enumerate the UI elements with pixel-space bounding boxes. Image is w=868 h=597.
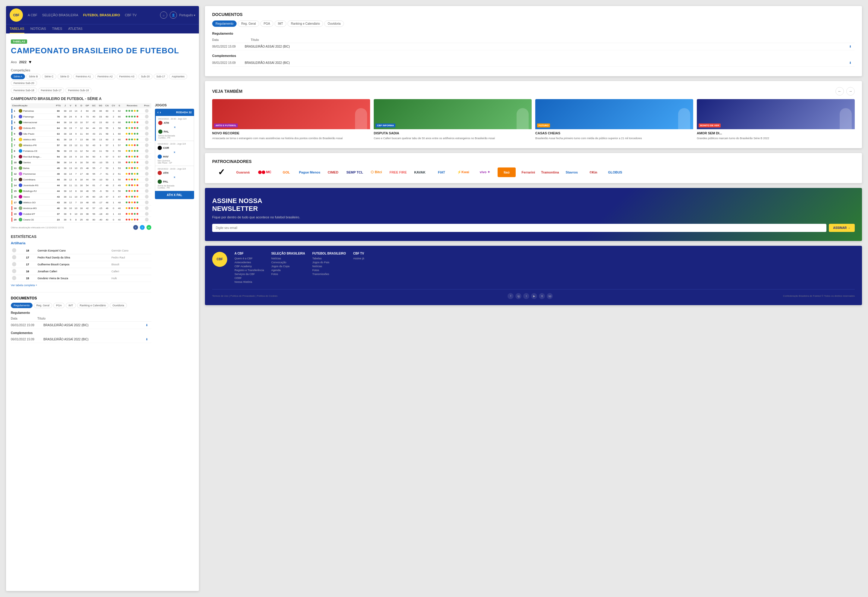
docs-tab-pga[interactable]: PGA — [54, 303, 64, 308]
ver-tabela-link[interactable]: Ver tabela completa + — [11, 284, 37, 287]
tab-fem-sub18b[interactable]: Feminino Sub-18 — [66, 88, 92, 93]
tab-sub17[interactable]: Sub-17 — [154, 74, 168, 79]
footer-instagram-icon[interactable]: ig — [515, 293, 521, 299]
footer-link[interactable]: Fotos — [312, 269, 346, 272]
docs-tab-imt[interactable]: IMT — [66, 303, 76, 308]
col-prox: Prox — [142, 103, 151, 108]
ath-pal-highlight[interactable]: ATH X PAL — [155, 191, 194, 199]
tab-serie-d[interactable]: Série D — [58, 74, 72, 79]
nav-selecao[interactable]: SELEÇÃO BRASILEIRA — [42, 13, 78, 17]
team-name-cell: 18 América-MG — [11, 205, 54, 211]
docs-download-1[interactable]: ⬇ — [142, 324, 151, 327]
whatsapp-share-icon[interactable]: w — [146, 225, 151, 230]
footer-tiktok-icon[interactable]: tt — [539, 293, 545, 299]
tab-feminino-a1[interactable]: Feminino A1 — [73, 74, 94, 79]
veja-next-arrow[interactable]: → — [846, 87, 855, 95]
tab-serie-b[interactable]: Série B — [26, 74, 41, 79]
tab-serie-a[interactable]: Série A — [11, 74, 25, 79]
footer-link[interactable]: Notícias — [271, 257, 305, 260]
newsletter-email-input[interactable] — [212, 224, 826, 232]
footer-youtube-icon[interactable]: ▶ — [531, 293, 537, 299]
sub-nav-tabelas[interactable]: TABELAS — [10, 24, 24, 33]
docs-tab-ouvidoria[interactable]: Ouvidoria — [110, 303, 127, 308]
docs-right-tab-reg-geral[interactable]: Reg. Geral — [238, 21, 259, 27]
jogo-card-2[interactable]: 09/10/2022 - 18:30 - Jogo 324 COR X HAV … — [155, 141, 194, 166]
footer-link[interactable]: Assine já — [353, 257, 364, 260]
footer-spotify-icon[interactable]: sp — [547, 293, 553, 299]
stats-section: ESTATÍSTICAS Artilharia 18 Germán Ezequi… — [11, 235, 151, 287]
footer-link[interactable]: Convocação — [271, 261, 305, 264]
tab-feminino-a3[interactable]: Feminino A3 — [117, 74, 137, 79]
newsletter-submit-button[interactable]: ASSINAR → — [829, 224, 855, 232]
tab-feminino-a2[interactable]: Feminino A2 — [95, 74, 115, 79]
footer-link[interactable]: Notícias — [312, 265, 346, 268]
news-card[interactable]: FUTURO CASAS CHEIAS Brasileirão Assaí fe… — [535, 99, 693, 142]
news-card-content: CASAS CHEIAS Brasileirão Assaí fecha pri… — [535, 129, 693, 142]
tab-sub20[interactable]: Sub-20 — [138, 74, 152, 79]
ano-chevron[interactable]: ▾ — [29, 59, 31, 65]
tab-fem-sub18[interactable]: Feminino Sub-18 — [11, 88, 37, 93]
footer-facebook-icon[interactable]: f — [508, 293, 514, 299]
footer-link[interactable]: Quem é a CBF — [234, 257, 264, 260]
footer-link[interactable]: Registro e Transferência — [234, 269, 264, 272]
nav-futebol-brasileiro[interactable]: FUTEBOL BRASILEIRO — [83, 13, 120, 17]
news-card[interactable]: ARTE E FUTEBOL NOVO RECORDE Arrascaeta s… — [212, 99, 370, 142]
nav-cbf-tv[interactable]: CBF TV — [125, 13, 137, 17]
facebook-share-icon[interactable]: f — [133, 225, 138, 230]
docs-right-tab-ouvidoria[interactable]: Ouvidoria — [324, 21, 344, 27]
artilharia-table: 18 Germán Ezequiel Cano Germán Cano 17 P… — [11, 247, 151, 282]
footer-link[interactable]: Fotos — [271, 273, 305, 276]
user-icon[interactable]: 👤 — [170, 12, 177, 19]
footer-copyright: Confederação Brasileira de Futebol © Tod… — [783, 295, 855, 297]
tab-fem-sub17[interactable]: Feminino Sub-17 — [38, 88, 64, 93]
footer-link[interactable]: Jogos da Copa — [271, 265, 305, 268]
footer-link[interactable]: Antecedentes — [234, 261, 264, 264]
footer-link[interactable]: Transmissões — [312, 273, 346, 276]
rodada-next[interactable]: › — [160, 110, 161, 114]
table-row: 17 Atlético-GO 43 38 12 7 19 48 65 -17 4… — [11, 200, 151, 205]
docs-right-tab-ranking[interactable]: Ranking e Calendário — [287, 21, 323, 27]
docs-tab-ranking[interactable]: Ranking e Calendário — [77, 303, 109, 308]
footer-link[interactable]: CEBF — [234, 276, 264, 279]
rodada-prev[interactable]: ‹ — [157, 110, 159, 114]
footer-link[interactable]: Nossa História — [234, 281, 264, 284]
news-card[interactable]: BONITO DE VER AMOR SEM DI... Grandes púb… — [697, 99, 855, 142]
docs-tab-regulamento[interactable]: Regulamento — [11, 303, 33, 308]
twitter-share-icon[interactable]: t — [140, 225, 144, 230]
docs-download-2[interactable]: ⬇ — [142, 338, 151, 341]
cbf-logo[interactable]: CBF — [10, 9, 23, 22]
sub-nav-noticias[interactable]: NOTÍCIAS — [30, 24, 46, 33]
footer-cookies[interactable]: Política de Cookies — [257, 295, 277, 297]
veja-prev-arrow[interactable]: ← — [835, 87, 844, 95]
footer-link[interactable]: Serviços da CBF — [234, 273, 264, 276]
docs-right-dl-2[interactable]: ⬇ — [846, 61, 855, 64]
nav-a-cbf[interactable]: A CBF — [28, 13, 37, 17]
docs-right-tab-imt[interactable]: IMT — [275, 21, 286, 27]
tab-serie-c[interactable]: Série C — [42, 74, 57, 79]
docs-right-tab-pga[interactable]: PGA — [261, 21, 273, 27]
footer-link[interactable]: Jogos do Pais — [312, 261, 346, 264]
footer-twitter-icon[interactable]: t — [523, 293, 529, 299]
docs-right-dl-1[interactable]: ⬇ — [846, 45, 855, 48]
language-selector[interactable]: Português ▾ — [179, 13, 195, 17]
tab-fem-sub20[interactable]: Feminino Sub-20 — [11, 80, 37, 86]
sub-nav-times[interactable]: TIMES — [52, 24, 63, 33]
docs-right-tab-regulamento[interactable]: Regulamento — [212, 21, 237, 27]
docs-right-titulo-label: Título — [251, 38, 855, 42]
footer-link[interactable]: Agenda — [271, 269, 305, 272]
news-card[interactable]: CBF INFORMA DISPUTA SADIA Cano e Calleri… — [374, 99, 532, 142]
footer-link[interactable]: Tabelas — [312, 257, 346, 260]
footer-privacy[interactable]: Política de Privacidade — [230, 295, 255, 297]
docs-title-left: DOCUMENTOS — [11, 296, 151, 300]
sub-nav-atletas[interactable]: ATLETAS — [68, 24, 82, 33]
tab-aspirantes[interactable]: Aspirantes — [169, 74, 188, 79]
search-icon[interactable]: ⌕ — [160, 12, 167, 19]
footer-terms[interactable]: Termos de Uso — [212, 295, 228, 297]
main-content: TABELAS CAMPEONATO BRASILEIRO DE FUTEBOL… — [6, 33, 199, 348]
footer-link[interactable]: CBF Academy — [234, 265, 264, 268]
jogo-card-3[interactable]: 09/10/2022 - 16:00 - Jogo 324 ATH X PAL … — [155, 166, 194, 191]
team-name-cell: 4 Grêmio-RS — [11, 125, 54, 131]
jogo-card-1[interactable]: 09/10/2022 - 20:30 - Jogo 324 ATH X PAL … — [155, 116, 194, 141]
update-row: Última atualização efetuada em 11/10/202… — [11, 225, 151, 230]
docs-tab-reg-geral[interactable]: Reg. Geral — [34, 303, 52, 308]
